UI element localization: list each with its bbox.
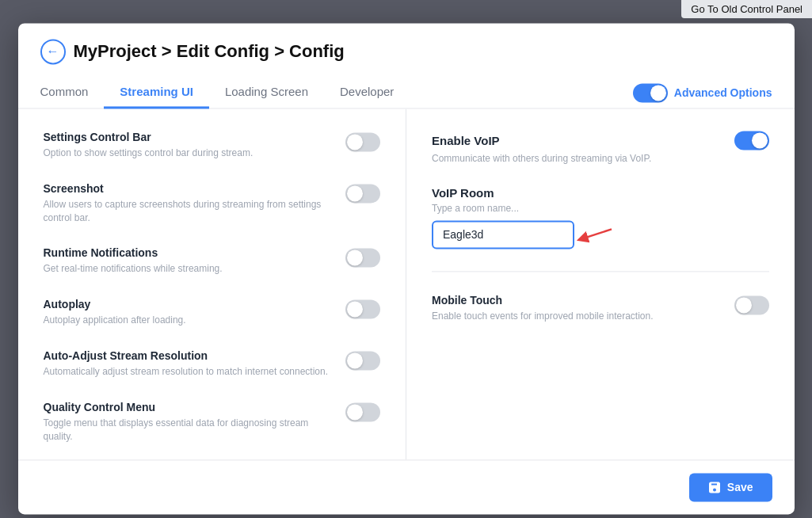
advanced-options-toggle[interactable]: Advanced Options [633,83,772,102]
left-panel: Settings Control Bar Option to show sett… [18,109,407,459]
svg-line-1 [582,229,612,238]
modal-footer: Save [18,459,795,514]
right-panel: Enable VoIP Communicate with others duri… [406,109,795,459]
toggle-autoplay[interactable] [345,300,380,319]
save-icon [708,481,721,493]
voip-enable-section: Enable VoIP Communicate with others duri… [432,131,769,164]
setting-settings-control-bar: Settings Control Bar Option to show sett… [44,131,381,160]
voip-room-input[interactable] [432,220,574,249]
toggle-quality-control[interactable] [345,402,380,421]
save-button[interactable]: Save [689,473,772,501]
voip-room-section: VoIP Room Type a room name... [432,186,769,272]
tab-developer[interactable]: Developer [324,77,410,109]
mobile-touch-section: Mobile Touch Enable touch events for imp… [432,294,769,323]
advanced-options-toggle-switch[interactable] [633,83,668,102]
old-control-panel-button[interactable]: Go To Old Control Panel [681,0,812,18]
setting-quality-control: Quality Control Menu Toggle menu that di… [44,401,381,444]
back-icon: ← [47,44,59,59]
tabs-row: Common Streaming UI Loading Screen Devel… [40,77,772,108]
breadcrumb-row: ← MyProject > Edit Config > Config [40,39,772,64]
setting-auto-adjust: Auto-Adjust Stream Resolution Automatica… [44,349,381,379]
red-arrow-indicator [576,223,616,246]
tab-streaming-ui[interactable]: Streaming UI [104,77,209,109]
modal-header: ← MyProject > Edit Config > Config Commo… [18,23,795,109]
tab-loading-screen[interactable]: Loading Screen [209,77,324,109]
setting-autoplay: Autoplay Autoplay application after load… [44,299,381,328]
toggle-auto-adjust[interactable] [345,351,380,370]
toggle-mobile-touch[interactable] [734,295,769,314]
back-button[interactable]: ← [40,39,66,64]
modal-body: Settings Control Bar Option to show sett… [18,109,795,459]
toggle-settings-control-bar[interactable] [345,132,380,151]
setting-screenshot: Screenshot Allow users to capture screen… [44,182,381,225]
toggle-runtime-notifications[interactable] [345,249,380,268]
toggle-voip[interactable] [734,131,769,150]
toggle-screenshot[interactable] [345,184,380,203]
breadcrumb-title: MyProject > Edit Config > Config [74,41,345,62]
setting-runtime-notifications: Runtime Notifications Get real-time noti… [44,247,381,276]
config-modal: ← MyProject > Edit Config > Config Commo… [18,23,795,514]
tab-common[interactable]: Common [40,77,105,109]
